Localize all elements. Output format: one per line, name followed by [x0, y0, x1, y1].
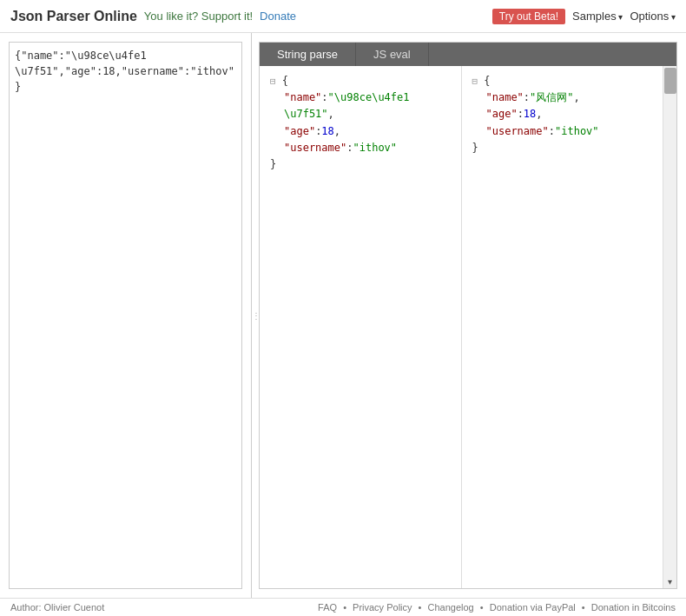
json-input[interactable]: {"name":"\u98ce\u4fe1 \u7f51","age":18,"… [9, 42, 242, 589]
field-name-value-js: "风信网" [530, 91, 573, 103]
field-age-value-str: 18 [321, 125, 333, 137]
field-username-key-js: "username" [486, 125, 549, 137]
donate-link[interactable]: Donate [260, 10, 296, 23]
close-brace-js: } [472, 142, 478, 154]
support-text: You like it? Support it! [144, 10, 253, 23]
scrollbar[interactable]: ▾ [663, 66, 676, 588]
field-name-value-str2: \u7f51" [284, 108, 328, 120]
header-left: Json Parser Online You like it? Support … [10, 9, 296, 24]
field-age-key-str: "age" [284, 125, 315, 137]
field-age-value-js: 18 [524, 108, 536, 120]
field-username-value-js: "ithov" [555, 125, 599, 137]
footer-link-privacy[interactable]: Privacy Policy [353, 602, 412, 613]
samples-dropdown[interactable]: Samples [572, 10, 623, 23]
footer: Author: Olivier Cuenot FAQ • Privacy Pol… [0, 598, 686, 616]
header: Json Parser Online You like it? Support … [0, 0, 686, 33]
try-beta-button[interactable]: Try out Beta! [492, 9, 565, 24]
header-right: Try out Beta! Samples Options [492, 9, 676, 24]
left-panel: {"name":"\u98ce\u4fe1 \u7f51","age":18,"… [0, 33, 252, 598]
panel-divider[interactable]: ⋮ [252, 33, 259, 598]
footer-link-bitcoin[interactable]: Donation in Bitcoins [591, 602, 676, 613]
field-name-key-str: "name" [284, 91, 321, 103]
open-brace-js: { [484, 75, 490, 87]
field-age-key-js: "age" [486, 108, 518, 120]
footer-link-changelog[interactable]: Changelog [428, 602, 474, 613]
tab-js-eval[interactable]: JS eval [356, 43, 429, 66]
footer-link-paypal[interactable]: Donation via PayPal [490, 602, 576, 613]
field-name-value-str: "\u98ce\u4fe1 [328, 91, 410, 103]
options-dropdown[interactable]: Options [630, 10, 676, 23]
main-area: {"name":"\u98ce\u4fe1 \u7f51","age":18,"… [0, 33, 686, 598]
footer-links: FAQ • Privacy Policy • Changelog • Donat… [314, 602, 676, 613]
tabs-row: String parse JS eval [260, 43, 676, 66]
right-panel: String parse JS eval ⊟ { "name":"\u98ce\… [259, 42, 677, 589]
string-parse-column: ⊟ { "name":"\u98ce\u4fe1 \u7f51", "age":… [260, 66, 462, 588]
results-area: ⊟ { "name":"\u98ce\u4fe1 \u7f51", "age":… [260, 66, 676, 588]
footer-link-faq[interactable]: FAQ [318, 602, 337, 613]
collapse-js-eval[interactable]: ⊟ [472, 76, 478, 87]
author-text: Author: Olivier Cuenot [10, 602, 104, 613]
close-brace-str: } [270, 158, 276, 170]
collapse-string-parse[interactable]: ⊟ [270, 76, 276, 87]
tab-string-parse[interactable]: String parse [260, 43, 356, 66]
open-brace-str: { [282, 75, 288, 87]
app-title: Json Parser Online [10, 9, 137, 24]
field-username-value-str: "ithov" [353, 142, 397, 154]
field-username-key-str: "username" [284, 142, 346, 154]
js-eval-column: ⊟ { "name":"风信网", "age":18, "username":"… [462, 66, 663, 588]
scrollbar-thumb[interactable] [664, 68, 676, 94]
scrollbar-down-arrow[interactable]: ▾ [668, 577, 672, 586]
field-name-key-js: "name" [486, 91, 524, 103]
